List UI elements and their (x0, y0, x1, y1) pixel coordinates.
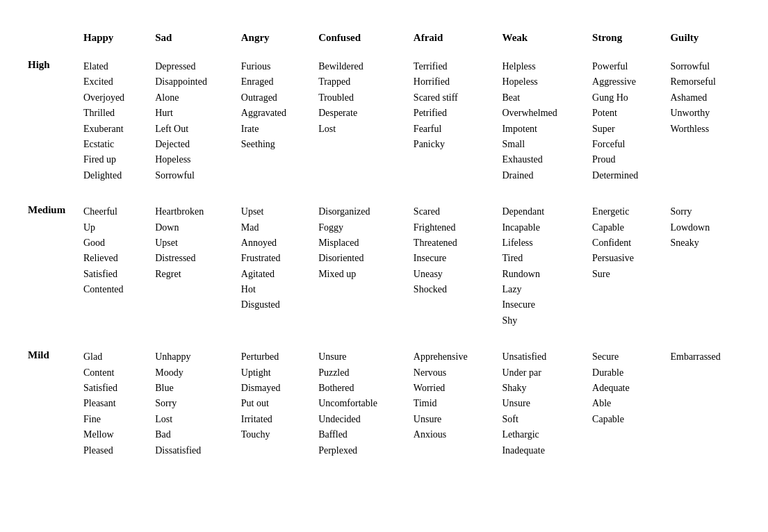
cell-mild-sad: UnhappyMoodyBlueSorryLostBadDissatisfied (148, 342, 234, 472)
header-angry: Angry (234, 28, 311, 52)
cell-high-weak: HelplessHopelessBeatOverwhelmedImpotentS… (495, 52, 585, 197)
cell-medium-strong: EnergeticCapableConfidentPersuasiveSure (585, 197, 663, 342)
feeling-chart: HappySadAngryConfusedAfraidWeakStrongGui… (21, 28, 747, 472)
cell-high-afraid: TerrifiedHorrifiedScared stiffPetrifiedF… (407, 52, 496, 197)
cell-medium-afraid: ScaredFrightenedThreatenedInsecureUneasy… (407, 197, 496, 342)
cell-mild-confused: UnsurePuzzledBotheredUncomfortableUndeci… (311, 342, 407, 472)
cell-medium-sad: HeartbrokenDownUpsetDistressedRegret (148, 197, 234, 342)
cell-high-confused: BewilderedTrappedTroubledDesperateLost (311, 52, 407, 197)
cell-high-sad: DepressedDisappointedAloneHurtLeft OutDe… (148, 52, 234, 197)
header-happy: Happy (76, 28, 148, 52)
cell-mild-angry: PerturbedUptightDismayedPut outIrritated… (234, 342, 311, 472)
header-weak: Weak (495, 28, 585, 52)
intensity-label-mild: Mild (21, 342, 76, 472)
intensity-label-high: High (21, 52, 76, 197)
header-afraid: Afraid (407, 28, 496, 52)
cell-high-guilty: SorrowfulRemorsefulAshamedUnworthyWorthl… (663, 52, 747, 197)
cell-mild-strong: SecureDurableAdequateAbleCapable (585, 342, 663, 472)
cell-mild-afraid: ApprehensiveNervousWorriedTimidUnsureAnx… (407, 342, 496, 472)
cell-mild-weak: UnsatisfiedUnder parShakyUnsureSoftLetha… (495, 342, 585, 472)
cell-high-happy: ElatedExcitedOverjoyedThrilledExuberantE… (76, 52, 148, 197)
cell-high-angry: FuriousEnragedOutragedAggravatedIrateSee… (234, 52, 311, 197)
cell-mild-happy: GladContentSatisfiedPleasantFineMellowPl… (76, 342, 148, 472)
row-medium: MediumCheerfulUpGoodRelievedSatisfiedCon… (21, 197, 747, 342)
cell-medium-guilty: SorryLowdownSneaky (663, 197, 747, 342)
cell-mild-guilty: Embarrassed (663, 342, 747, 472)
cell-medium-happy: CheerfulUpGoodRelievedSatisfiedContented (76, 197, 148, 342)
header-sad: Sad (148, 28, 234, 52)
cell-medium-weak: DependantIncapableLifelessTiredRundownLa… (495, 197, 585, 342)
header-empty (21, 28, 76, 52)
intensity-label-medium: Medium (21, 197, 76, 342)
cell-high-strong: PowerfulAggressiveGung HoPotentSuperForc… (585, 52, 663, 197)
row-mild: MildGladContentSatisfiedPleasantFineMell… (21, 342, 747, 472)
cell-medium-confused: DisorganizedFoggyMisplacedDisorientedMix… (311, 197, 407, 342)
row-high: HighElatedExcitedOverjoyedThrilledExuber… (21, 52, 747, 197)
header-confused: Confused (311, 28, 407, 52)
header-strong: Strong (585, 28, 663, 52)
header-guilty: Guilty (663, 28, 747, 52)
cell-medium-angry: UpsetMadAnnoyedFrustratedAgitatedHotDisg… (234, 197, 311, 342)
